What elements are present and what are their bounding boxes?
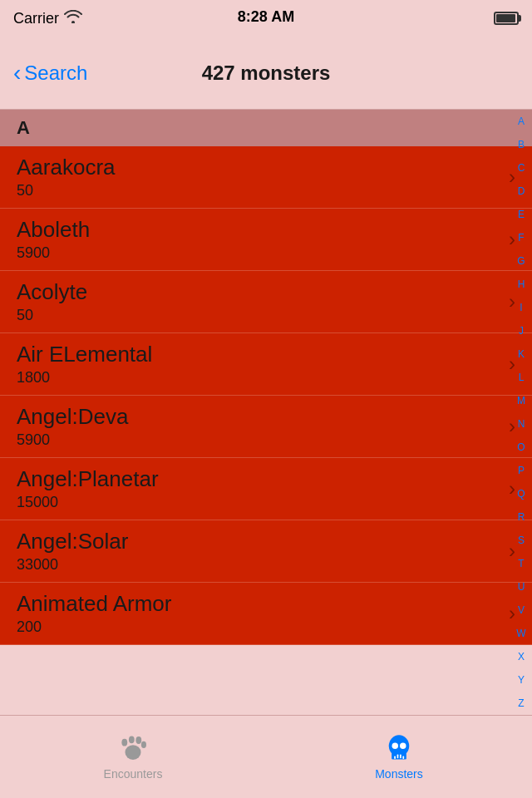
back-label: Search xyxy=(24,62,87,85)
item-info: Animated Armor 200 xyxy=(17,591,171,636)
alpha-l[interactable]: L xyxy=(519,372,525,382)
alpha-q[interactable]: Q xyxy=(517,489,525,499)
status-bar: Carrier 8:28 AM xyxy=(0,0,532,37)
list-item[interactable]: Air ELemental 1800 › xyxy=(0,333,532,396)
item-info: Angel:Planetar 15000 xyxy=(17,466,159,511)
alpha-e[interactable]: E xyxy=(518,209,525,219)
list-item[interactable]: Aarakocra 50 › xyxy=(0,146,532,209)
alpha-f[interactable]: F xyxy=(518,233,524,243)
item-xp: 5900 xyxy=(17,244,90,262)
item-name: Animated Armor xyxy=(17,591,171,617)
item-name: Acolyte xyxy=(17,279,87,305)
tab-encounters-label: Encounters xyxy=(104,767,163,781)
svg-point-7 xyxy=(392,742,398,748)
svg-point-2 xyxy=(135,736,141,744)
alpha-o[interactable]: O xyxy=(517,442,525,452)
alpha-d[interactable]: D xyxy=(518,186,525,196)
alpha-h[interactable]: H xyxy=(518,279,525,289)
item-xp: 1800 xyxy=(17,369,152,387)
alpha-i[interactable]: I xyxy=(520,303,522,313)
alpha-r[interactable]: R xyxy=(518,512,525,522)
paw-icon xyxy=(119,734,147,762)
svg-rect-11 xyxy=(394,756,396,758)
carrier-text: Carrier xyxy=(13,10,59,27)
alpha-c[interactable]: C xyxy=(518,163,525,173)
svg-rect-12 xyxy=(402,756,404,758)
alpha-k[interactable]: K xyxy=(518,349,525,359)
item-xp: 50 xyxy=(17,182,116,200)
item-xp: 15000 xyxy=(17,494,159,511)
svg-point-3 xyxy=(141,741,146,747)
alpha-b[interactable]: B xyxy=(518,140,525,150)
item-info: Acolyte 50 xyxy=(17,279,87,324)
svg-rect-10 xyxy=(400,754,401,758)
skull-icon xyxy=(385,734,413,762)
item-xp: 50 xyxy=(17,307,87,324)
svg-rect-6 xyxy=(392,753,406,759)
item-info: Angel:Deva 5900 xyxy=(17,404,128,449)
item-info: Aarakocra 50 xyxy=(17,155,116,200)
alpha-z[interactable]: Z xyxy=(518,698,524,708)
item-name: Angel:Planetar xyxy=(17,466,159,492)
status-time: 8:28 AM xyxy=(238,8,294,26)
svg-rect-9 xyxy=(397,754,399,758)
alpha-g[interactable]: G xyxy=(517,256,525,266)
alpha-y[interactable]: Y xyxy=(518,675,525,685)
item-xp: 5900 xyxy=(17,431,128,449)
item-name: Aboleth xyxy=(17,217,90,243)
alpha-n[interactable]: N xyxy=(518,419,525,429)
wifi-icon xyxy=(64,10,82,27)
tab-monsters-label: Monsters xyxy=(375,767,423,781)
section-letter: A xyxy=(17,117,30,139)
monster-list: Aarakocra 50 › Aboleth 5900 › Acolyte 50… xyxy=(0,146,532,645)
item-name: Angel:Solar xyxy=(17,529,128,554)
list-item[interactable]: Angel:Deva 5900 › xyxy=(0,396,532,458)
alpha-a[interactable]: A xyxy=(518,116,525,126)
item-xp: 200 xyxy=(17,618,171,636)
item-info: Aboleth 5900 xyxy=(17,217,90,262)
nav-title: 427 monsters xyxy=(202,62,331,85)
alpha-j[interactable]: J xyxy=(519,326,524,336)
item-xp: 33000 xyxy=(17,556,128,574)
alpha-w[interactable]: W xyxy=(516,628,525,638)
section-header: A xyxy=(0,110,532,146)
svg-point-4 xyxy=(125,745,140,760)
tab-bar: Encounters Monsters xyxy=(0,715,532,798)
tab-monsters[interactable]: Monsters xyxy=(266,734,532,781)
alpha-p[interactable]: P xyxy=(518,466,525,475)
back-button[interactable]: ‹ Search xyxy=(13,62,87,85)
svg-point-8 xyxy=(400,742,406,748)
item-name: Angel:Deva xyxy=(17,404,128,430)
list-item[interactable]: Animated Armor 200 › xyxy=(0,583,532,645)
list-item[interactable]: Angel:Solar 33000 › xyxy=(0,520,532,583)
alphabet-index: ABCDEFGHIJKLMNOPQRSTUVWXYZ xyxy=(510,110,532,715)
status-battery xyxy=(494,12,519,25)
chevron-left-icon: ‹ xyxy=(13,62,21,85)
item-info: Air ELemental 1800 xyxy=(17,342,152,387)
alpha-u[interactable]: U xyxy=(518,582,525,592)
battery-icon xyxy=(494,12,519,25)
list-item[interactable]: Angel:Planetar 15000 › xyxy=(0,458,532,520)
svg-rect-13 xyxy=(398,750,399,752)
alpha-x[interactable]: X xyxy=(518,652,525,662)
tab-encounters[interactable]: Encounters xyxy=(0,734,266,781)
svg-point-0 xyxy=(121,738,127,746)
item-info: Angel:Solar 33000 xyxy=(17,529,128,574)
list-item[interactable]: Acolyte 50 › xyxy=(0,271,532,333)
item-name: Air ELemental xyxy=(17,342,152,367)
item-name: Aarakocra xyxy=(17,155,116,180)
list-item[interactable]: Aboleth 5900 › xyxy=(0,209,532,271)
nav-bar: ‹ Search 427 monsters xyxy=(0,37,532,110)
alpha-t[interactable]: T xyxy=(518,559,524,569)
alpha-m[interactable]: M xyxy=(517,396,525,406)
alpha-s[interactable]: S xyxy=(518,535,525,545)
status-carrier: Carrier xyxy=(13,10,82,27)
alpha-v[interactable]: V xyxy=(518,605,525,615)
svg-point-1 xyxy=(129,736,135,743)
